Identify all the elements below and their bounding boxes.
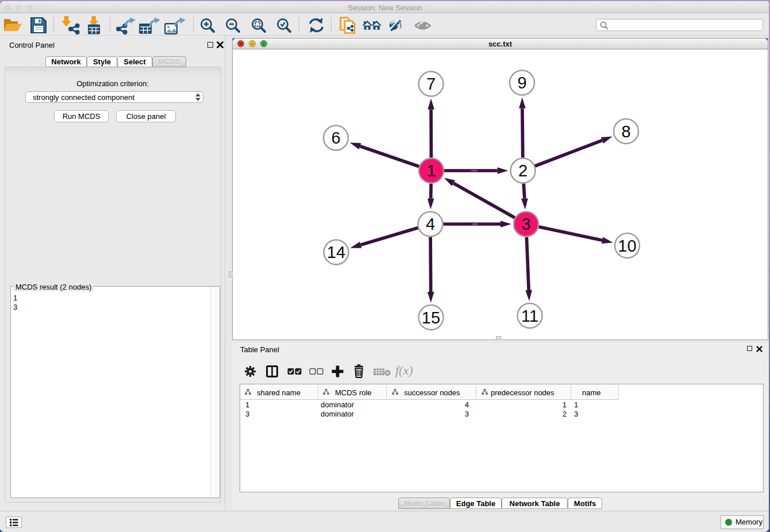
svg-text:8: 8 [621, 122, 630, 141]
svg-text:14: 14 [327, 243, 345, 261]
svg-text:10: 10 [618, 237, 636, 255]
svg-text:9: 9 [517, 74, 526, 92]
svg-text:15: 15 [422, 309, 440, 327]
svg-text:7: 7 [426, 75, 436, 93]
svg-text:4: 4 [426, 215, 435, 233]
svg-text:1: 1 [426, 161, 436, 180]
svg-text:11: 11 [521, 307, 538, 325]
svg-text:6: 6 [331, 129, 340, 147]
svg-text:2: 2 [518, 161, 528, 180]
svg-text:3: 3 [521, 215, 530, 233]
